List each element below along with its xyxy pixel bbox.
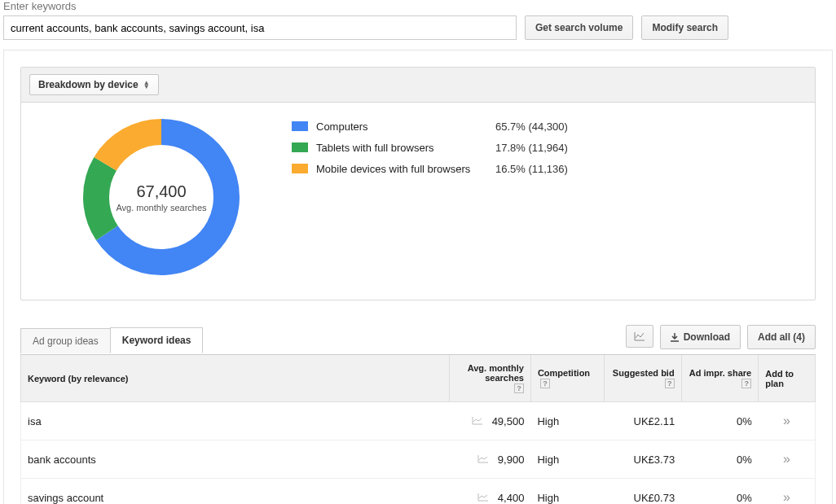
cell-bid: UK£3.73: [604, 440, 681, 479]
breakdown-dropdown[interactable]: Breakdown by device ▲▼: [29, 74, 159, 95]
chevron-right-icon: »: [783, 452, 790, 466]
cell-avg: 49,500: [450, 402, 531, 440]
swatch-icon: [292, 121, 308, 131]
trend-icon[interactable]: [477, 492, 489, 504]
cell-bid: UK£2.11: [604, 402, 681, 440]
add-to-plan-button[interactable]: »: [759, 402, 816, 440]
swatch-icon: [292, 142, 308, 152]
add-to-plan-button[interactable]: »: [759, 440, 816, 479]
cell-bid: UK£0.73: [604, 479, 681, 504]
help-icon[interactable]: ?: [665, 379, 675, 388]
keywords-input[interactable]: [3, 15, 517, 40]
cell-avg: 4,400: [450, 479, 531, 504]
line-chart-icon: [634, 331, 645, 341]
cell-impr: 0%: [681, 402, 759, 440]
help-icon[interactable]: ?: [540, 379, 550, 388]
help-icon[interactable]: ?: [741, 379, 751, 388]
cell-impr: 0%: [681, 440, 759, 479]
input-label: Enter keywords: [3, 0, 833, 12]
col-plan: Add to plan: [759, 355, 816, 402]
trend-icon[interactable]: [477, 454, 489, 466]
help-icon[interactable]: ?: [514, 383, 524, 393]
donut-center-value: 67,400: [136, 182, 186, 201]
table-row: bank accounts 9,900HighUK£3.730%»: [21, 440, 816, 479]
col-competition[interactable]: Competition ?: [530, 355, 604, 402]
cell-competition: High: [530, 479, 604, 504]
download-icon: [671, 333, 679, 342]
get-volume-button[interactable]: Get search volume: [525, 15, 633, 40]
legend-value: 16.5% (11,136): [495, 163, 568, 175]
cell-competition: High: [530, 402, 604, 440]
table-row: savings account 4,400HighUK£0.730%»: [21, 479, 816, 504]
keyword-ideas-table: Keyword (by relevance) Avg. monthly sear…: [20, 355, 816, 504]
tab-keyword-ideas[interactable]: Keyword ideas: [110, 327, 204, 353]
cell-keyword: bank accounts: [21, 440, 450, 479]
swatch-icon: [292, 164, 308, 173]
download-button[interactable]: Download: [660, 325, 741, 349]
col-avg[interactable]: Avg. monthly searches?: [450, 355, 531, 402]
chevron-right-icon: »: [783, 414, 790, 427]
modify-search-button[interactable]: Modify search: [641, 15, 728, 40]
legend-label: Computers: [316, 121, 495, 133]
sort-icon: ▲▼: [143, 81, 150, 89]
legend-row: Tablets with full browsers 17.8% (11,964…: [292, 137, 568, 158]
download-label: Download: [684, 331, 730, 343]
legend-row: Computers 65.7% (44,300): [292, 116, 568, 137]
add-to-plan-button[interactable]: »: [759, 479, 816, 504]
legend-value: 17.8% (11,964): [495, 142, 568, 154]
breakdown-dropdown-label: Breakdown by device: [38, 79, 139, 90]
chart-toggle-button[interactable]: [626, 325, 653, 348]
cell-competition: High: [530, 440, 604, 479]
legend-label: Mobile devices with full browsers: [316, 163, 495, 175]
donut-chart: 67,400 Avg. monthly searches: [80, 116, 243, 278]
breakdown-card: Breakdown by device ▲▼: [20, 67, 816, 300]
add-all-button[interactable]: Add all (4): [747, 325, 816, 349]
legend-row: Mobile devices with full browsers 16.5% …: [292, 158, 568, 179]
cell-keyword: savings account: [21, 479, 450, 504]
legend: Computers 65.7% (44,300) Tablets with fu…: [292, 116, 568, 179]
col-impr[interactable]: Ad impr. share?: [681, 355, 759, 402]
col-keyword[interactable]: Keyword (by relevance): [21, 355, 450, 402]
donut-center-label: Avg. monthly searches: [116, 203, 206, 213]
cell-keyword: isa: [21, 402, 450, 440]
trend-icon[interactable]: [472, 415, 483, 427]
legend-label: Tablets with full browsers: [316, 142, 495, 154]
chevron-right-icon: »: [783, 490, 790, 504]
cell-impr: 0%: [681, 479, 759, 504]
table-row: isa 49,500HighUK£2.110%»: [21, 402, 816, 440]
tab-adgroup-ideas[interactable]: Ad group ideas: [20, 328, 111, 353]
col-bid[interactable]: Suggested bid?: [604, 355, 681, 402]
cell-avg: 9,900: [450, 440, 531, 479]
legend-value: 65.7% (44,300): [495, 121, 568, 133]
